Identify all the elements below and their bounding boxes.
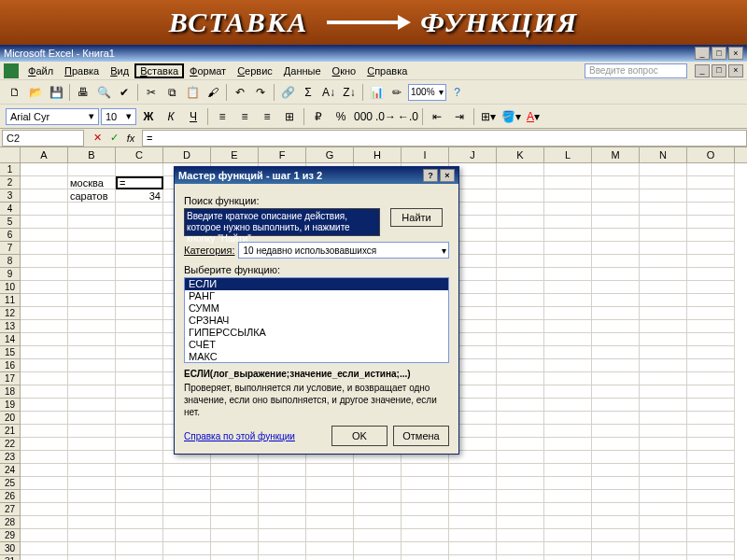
cell-M5[interactable] bbox=[592, 216, 640, 229]
cell-C31[interactable] bbox=[116, 555, 163, 560]
row-header[interactable]: 28 bbox=[0, 516, 21, 529]
cell-M19[interactable] bbox=[592, 399, 640, 412]
cell-A26[interactable] bbox=[21, 490, 68, 503]
cell-J31[interactable] bbox=[449, 555, 497, 560]
font-size-combo[interactable]: 10▾ bbox=[101, 108, 136, 125]
cell-O7[interactable] bbox=[687, 242, 735, 255]
cell-K19[interactable] bbox=[497, 399, 544, 412]
cell-N9[interactable] bbox=[640, 268, 687, 281]
row-header[interactable]: 23 bbox=[0, 451, 21, 464]
copy-icon[interactable]: ⧉ bbox=[162, 83, 181, 102]
cell-A17[interactable] bbox=[21, 372, 68, 385]
search-description-input[interactable]: Введите краткое описание действия, котор… bbox=[184, 208, 380, 236]
cell-N6[interactable] bbox=[640, 229, 687, 242]
italic-button[interactable]: К bbox=[161, 107, 181, 126]
cell-F26[interactable] bbox=[259, 490, 306, 503]
cell-L5[interactable] bbox=[544, 216, 592, 229]
row-header[interactable]: 22 bbox=[0, 438, 21, 451]
cell-O2[interactable] bbox=[687, 176, 735, 189]
column-header[interactable]: L bbox=[544, 147, 592, 162]
cell-I27[interactable] bbox=[402, 503, 449, 516]
cell-C19[interactable] bbox=[116, 399, 163, 412]
cell-K10[interactable] bbox=[497, 281, 544, 294]
cell-A24[interactable] bbox=[21, 464, 68, 477]
cell-B25[interactable] bbox=[68, 477, 116, 490]
cell-B12[interactable] bbox=[68, 307, 116, 320]
cell-O25[interactable] bbox=[687, 477, 735, 490]
cell-A13[interactable] bbox=[21, 320, 68, 333]
cut-icon[interactable]: ✂ bbox=[142, 83, 161, 102]
cell-N27[interactable] bbox=[640, 503, 687, 516]
cell-K24[interactable] bbox=[497, 464, 544, 477]
cell-A11[interactable] bbox=[21, 294, 68, 307]
cell-O5[interactable] bbox=[687, 216, 735, 229]
cell-O18[interactable] bbox=[687, 385, 735, 399]
function-option[interactable]: ЕСЛИ bbox=[185, 278, 448, 290]
cell-L3[interactable] bbox=[544, 189, 592, 203]
cell-M1[interactable] bbox=[592, 163, 640, 176]
cell-B28[interactable] bbox=[68, 516, 116, 529]
cell-L24[interactable] bbox=[544, 464, 592, 477]
sort-desc-icon[interactable]: Z↓ bbox=[340, 83, 359, 102]
cell-J25[interactable] bbox=[449, 477, 497, 490]
cell-O27[interactable] bbox=[687, 503, 735, 516]
cell-L4[interactable] bbox=[544, 203, 592, 216]
close-button[interactable]: × bbox=[728, 47, 743, 60]
cell-B20[interactable] bbox=[68, 412, 116, 425]
function-option[interactable]: РАНГ bbox=[185, 290, 448, 302]
cell-K22[interactable] bbox=[497, 438, 544, 451]
doc-minimize-button[interactable]: _ bbox=[695, 64, 710, 77]
row-header[interactable]: 14 bbox=[0, 333, 21, 346]
cell-F29[interactable] bbox=[259, 529, 306, 542]
cell-L22[interactable] bbox=[544, 438, 592, 451]
menu-item-сервис[interactable]: Сервис bbox=[232, 63, 278, 78]
cell-L15[interactable] bbox=[544, 346, 592, 359]
cell-A20[interactable] bbox=[21, 412, 68, 425]
cell-I28[interactable] bbox=[402, 516, 449, 529]
cell-C4[interactable] bbox=[116, 203, 163, 216]
row-header[interactable]: 18 bbox=[0, 385, 21, 399]
bold-button[interactable]: Ж bbox=[138, 107, 159, 126]
column-header[interactable]: I bbox=[402, 147, 449, 162]
cell-D29[interactable] bbox=[163, 529, 211, 542]
cell-J27[interactable] bbox=[449, 503, 497, 516]
preview-icon[interactable]: 🔍 bbox=[94, 83, 113, 102]
cell-M27[interactable] bbox=[592, 503, 640, 516]
cell-A5[interactable] bbox=[21, 216, 68, 229]
cell-B8[interactable] bbox=[68, 255, 116, 268]
cell-A10[interactable] bbox=[21, 281, 68, 294]
cell-M3[interactable] bbox=[592, 189, 640, 203]
cell-K31[interactable] bbox=[497, 555, 544, 560]
cell-L6[interactable] bbox=[544, 229, 592, 242]
column-header[interactable]: J bbox=[449, 147, 497, 162]
row-header[interactable]: 3 bbox=[0, 189, 21, 203]
cell-M7[interactable] bbox=[592, 242, 640, 255]
cell-M4[interactable] bbox=[592, 203, 640, 216]
cell-O26[interactable] bbox=[687, 490, 735, 503]
inc-indent-icon[interactable]: ⇥ bbox=[449, 107, 470, 126]
cell-F24[interactable] bbox=[259, 464, 306, 477]
cell-C21[interactable] bbox=[116, 425, 163, 438]
cell-A16[interactable] bbox=[21, 359, 68, 372]
cell-C1[interactable] bbox=[116, 163, 163, 176]
cell-I25[interactable] bbox=[402, 477, 449, 490]
row-header[interactable]: 19 bbox=[0, 399, 21, 412]
menu-item-правка[interactable]: Правка bbox=[59, 63, 105, 78]
cell-C15[interactable] bbox=[116, 346, 163, 359]
cell-L14[interactable] bbox=[544, 333, 592, 346]
cell-G27[interactable] bbox=[306, 503, 354, 516]
cell-A4[interactable] bbox=[21, 203, 68, 216]
menu-item-вид[interactable]: Вид bbox=[105, 63, 134, 78]
cell-K18[interactable] bbox=[497, 385, 544, 399]
cell-B27[interactable] bbox=[68, 503, 116, 516]
function-option[interactable]: МАКС bbox=[185, 351, 448, 363]
redo-icon[interactable]: ↷ bbox=[251, 83, 270, 102]
cell-K2[interactable] bbox=[497, 176, 544, 189]
cell-C5[interactable] bbox=[116, 216, 163, 229]
row-header[interactable]: 4 bbox=[0, 203, 21, 216]
cell-A9[interactable] bbox=[21, 268, 68, 281]
merge-icon[interactable]: ⊞ bbox=[279, 107, 300, 126]
save-icon[interactable]: 💾 bbox=[47, 83, 65, 102]
cancel-button[interactable]: Отмена bbox=[393, 426, 449, 446]
cell-B16[interactable] bbox=[68, 359, 116, 372]
